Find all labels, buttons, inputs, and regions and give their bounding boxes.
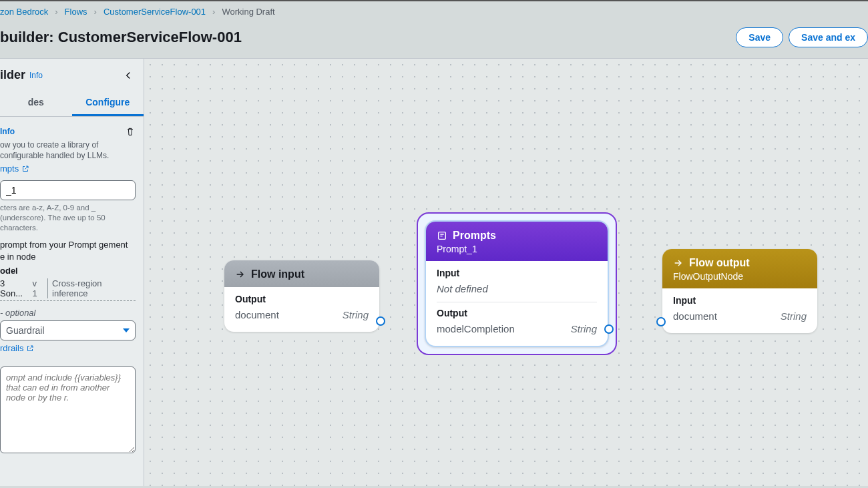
node-flow-output[interactable]: Flow output FlowOutputNode Input documen… — [662, 249, 817, 333]
chevron-right-icon: › — [212, 7, 215, 17]
save-exit-button[interactable]: Save and ex — [789, 27, 868, 47]
output-type: String — [571, 323, 597, 334]
node-flow-input[interactable]: Flow input Output document String — [224, 260, 379, 332]
sidebar-title: ilder — [0, 68, 25, 82]
guardrails-link[interactable]: rdrails — [0, 343, 34, 353]
panel-info-link[interactable]: Info — [0, 127, 15, 136]
input-section-label: Input — [437, 268, 597, 278]
external-link-icon — [26, 344, 34, 352]
output-port[interactable] — [604, 324, 614, 334]
name-help-text: cters are a-z, A-Z, 0-9 and _ (underscor… — [0, 203, 136, 233]
input-section-label: Input — [673, 295, 807, 306]
flow-output-icon — [673, 258, 684, 268]
output-type: String — [343, 309, 369, 320]
crumb-flows[interactable]: Flows — [65, 7, 87, 17]
input-name: document — [673, 310, 717, 322]
output-section-label: Output — [235, 294, 369, 304]
node-subtitle: FlowOutputNode — [673, 271, 807, 282]
info-link[interactable]: Info — [29, 71, 43, 80]
input-type: String — [781, 310, 807, 322]
sidebar: ilder Info des Configure Info ow you to … — [0, 58, 144, 486]
flow-input-icon — [235, 269, 246, 280]
prompts-link[interactable]: mpts — [0, 164, 29, 174]
save-button[interactable]: Save — [736, 27, 783, 47]
external-link-icon — [21, 165, 29, 173]
tab-configure[interactable]: Configure — [72, 90, 144, 116]
node-title: Flow input — [251, 268, 304, 280]
output-name: modelCompletion — [437, 323, 515, 334]
node-title: Flow output — [689, 257, 750, 269]
node-name-input[interactable] — [0, 180, 136, 200]
option-define-in-node[interactable]: e in node — [0, 252, 136, 262]
input-port[interactable] — [656, 317, 666, 326]
model-name: 3 Son... — [0, 278, 29, 298]
crumb-flowname[interactable]: CustomerServiceFlow-001 — [103, 7, 206, 17]
chevron-right-icon: › — [94, 7, 97, 17]
chevron-down-icon — [123, 328, 130, 332]
option-prompt-mgmt[interactable]: prompt from your Prompt gement — [0, 240, 136, 250]
node-title: Prompts — [453, 230, 496, 242]
panel-description: ow you to create a library of configurab… — [0, 140, 136, 161]
node-subtitle: Prompt_1 — [437, 244, 597, 254]
selection-outline: Prompts Prompt_1 Input Not defined Outpu… — [417, 212, 617, 355]
prompt-message-textarea[interactable] — [0, 367, 136, 453]
divider — [437, 302, 597, 302]
output-name: document — [235, 309, 279, 320]
flow-canvas[interactable]: Flow input Output document String Prompt… — [144, 58, 868, 486]
guardrail-select[interactable]: Guardrail — [0, 320, 136, 340]
title-bar: builder: CustomerServiceFlow-001 Save Sa… — [0, 22, 868, 58]
prompts-icon — [437, 230, 447, 241]
guardrail-label: - optional — [0, 308, 136, 318]
model-version: v 1 — [33, 278, 43, 298]
crumb-bedrock[interactable]: zon Bedrock — [0, 7, 48, 17]
node-prompts[interactable]: Prompts Prompt_1 Input Not defined Outpu… — [425, 220, 609, 347]
output-section-label: Output — [437, 308, 597, 318]
crumb-current: Working Draft — [222, 7, 274, 17]
cross-region-label: Cross-region inference — [47, 278, 136, 298]
sidebar-tabs: des Configure — [0, 90, 144, 117]
chevron-right-icon: › — [55, 7, 57, 17]
collapse-chevron-icon[interactable] — [122, 69, 134, 81]
breadcrumb: zon Bedrock › Flows › CustomerServiceFlo… — [0, 0, 868, 22]
output-port[interactable] — [376, 316, 385, 326]
input-not-defined: Not defined — [437, 283, 488, 294]
model-label: odel — [0, 266, 136, 276]
trash-icon[interactable] — [125, 126, 136, 137]
model-row[interactable]: 3 Son... v 1 Cross-region inference — [0, 278, 136, 301]
page-title: builder: CustomerServiceFlow-001 — [0, 29, 242, 46]
tab-nodes[interactable]: des — [0, 90, 72, 116]
